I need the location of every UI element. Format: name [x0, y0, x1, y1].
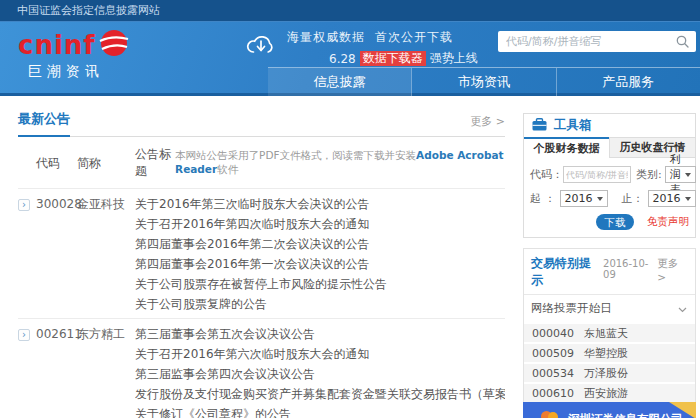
promo-tail: 强势上线 — [430, 50, 478, 67]
triangle-down-icon — [685, 173, 691, 177]
site-header: cninf 巨潮资讯 — [0, 22, 700, 96]
announcement-link[interactable]: 第四届董事会2016年第二次会议决议的公告 — [135, 234, 505, 254]
download-promo[interactable]: 海量权威数据首次公开下载 6.28 数据下载器 强势上线 — [245, 29, 478, 67]
triangle-down-icon — [685, 197, 691, 201]
notice-stock-code: 000534 — [524, 367, 576, 380]
briefcase-icon — [532, 116, 547, 135]
promo-line1: 海量权威数据首次公开下载 — [287, 29, 478, 46]
trading-notice-date: 2016-10-09 — [603, 258, 657, 280]
notice-row[interactable]: 000509 华塑控股 — [524, 344, 695, 362]
expand-icon[interactable]: › — [18, 329, 30, 341]
search-input[interactable] — [498, 35, 676, 48]
stock-code[interactable]: 002611 — [36, 327, 77, 341]
announcement-link[interactable]: 第三届董事会第五次会议决议公告 — [135, 324, 505, 344]
toolbox-code-input[interactable] — [563, 166, 631, 183]
tab-stock-financial-data[interactable]: 个股财务数据 — [524, 137, 609, 158]
downloader-badge: 数据下载器 — [360, 51, 426, 66]
announcement-link[interactable]: 关于公司股票复牌的公告 — [135, 294, 505, 314]
notice-stock-name: 西安旅游 — [576, 386, 628, 401]
from-year-select[interactable]: 2016 — [560, 190, 608, 207]
announcement-link[interactable]: 关于2016年第三次临时股东大会决议的公告 — [135, 194, 505, 214]
logo-swirl-icon — [99, 28, 129, 62]
nav-item-disclosure[interactable]: 信息披露 — [268, 68, 411, 96]
toolbox-panel: 工具箱 个股财务数据 历史收盘行情 代码： 类别: 利润表 起 ： 2016 止… — [523, 113, 696, 238]
download-button[interactable]: 下载 — [596, 214, 634, 230]
type-label: 类别: — [636, 167, 662, 182]
announcement-link[interactable]: 关于召开2016年第六次临时股东大会的通知 — [135, 344, 505, 364]
company-banner[interactable]: 深圳证券信息有限公司 — [523, 402, 696, 418]
topbar: 中国证监会指定信息披露网站 — [0, 0, 700, 22]
announcement-link[interactable]: 关于修订《公司章程》的公告 — [135, 404, 505, 418]
from-label: 起 ： — [530, 191, 556, 206]
cninfo-homepage: 中国证监会指定信息披露网站 cninf 巨潮资讯 — [0, 0, 700, 418]
notice-stock-code: 000509 — [524, 347, 576, 360]
notice-stock-name: 华塑控股 — [576, 346, 628, 361]
column-name: 简称 — [77, 155, 135, 172]
to-label: 止： — [622, 191, 644, 206]
panel-title: 最新公告 — [18, 110, 70, 137]
chevron-down-icon — [678, 302, 687, 316]
expand-icon[interactable]: › — [18, 199, 30, 211]
trading-notice-title: 交易特别提示 — [531, 255, 598, 289]
announcement-link[interactable]: 关于公司股票存在被暂停上市风险的提示性公告 — [135, 274, 505, 294]
announcement-link[interactable]: 第三届监事会第四次会议决议公告 — [135, 364, 505, 384]
trading-notice-panel: 交易特别提示 2016-10-09 更多 > 网络投票开始日 000040 东旭… — [523, 248, 696, 418]
search-box[interactable] — [498, 31, 696, 52]
toolbox-title: 工具箱 — [554, 117, 592, 134]
stock-name[interactable]: 东方精工 — [77, 326, 135, 343]
site-logo[interactable]: cninf 巨潮资讯 — [18, 28, 129, 81]
search-icon[interactable] — [676, 35, 689, 48]
column-code: 代码 — [36, 155, 77, 172]
notice-row[interactable]: 000610 西安旅游 — [524, 384, 695, 402]
latest-announcements-panel: 最新公告 更多 > 代码 简称 公告标题 本网站公告采用了PDF文件格式，阅读需… — [18, 110, 505, 418]
notice-category-dropdown[interactable]: 网络投票开始日 — [524, 295, 695, 322]
toolbox-form: 代码： 类别: 利润表 起 ： 2016 止： 2016 下载 免责声明 — [524, 158, 695, 237]
tab-historical-quotes[interactable]: 历史收盘行情 — [609, 137, 695, 158]
announcements-table-header: 代码 简称 公告标题 本网站公告采用了PDF文件格式，阅读需下载并安装Adobe… — [18, 137, 505, 189]
report-type-select[interactable]: 利润表 — [665, 166, 696, 183]
nav-item-products[interactable]: 产品服务 — [556, 68, 700, 96]
announcement-link[interactable]: 第四届董事会2016年第一次会议决议的公告 — [135, 254, 505, 274]
trading-notice-more-link[interactable]: 更多 > — [657, 257, 688, 283]
to-year-select[interactable]: 2016 — [648, 190, 696, 207]
topbar-label: 中国证监会指定信息披露网站 — [17, 4, 160, 17]
pdf-notice: 本网站公告采用了PDF文件格式，阅读需下载并安装Adobe Acrobat Re… — [175, 149, 505, 177]
banner-logo-icon — [541, 411, 563, 418]
notice-stock-name: 万泽股份 — [576, 366, 628, 381]
nav-item-market[interactable]: 市场资讯 — [411, 68, 555, 96]
cloud-download-icon — [245, 32, 277, 67]
main-nav: 信息披露 市场资讯 产品服务 — [268, 67, 700, 96]
disclaimer-link[interactable]: 免责声明 — [647, 215, 689, 229]
column-title: 公告标题 — [135, 146, 175, 180]
notice-stock-name: 东旭蓝天 — [576, 326, 628, 341]
notice-row[interactable]: 000040 东旭蓝天 — [524, 324, 695, 342]
notice-stock-code: 000040 — [524, 327, 576, 340]
brand-wordmark: cninf — [18, 30, 96, 60]
announcement-link[interactable]: 关于召开2016年第四次临时股东大会的通知 — [135, 214, 505, 234]
announcement-group: › 002611 东方精工 第三届董事会第五次会议决议公告 关于召开2016年第… — [18, 319, 505, 418]
promo-date: 6.28 — [329, 52, 356, 66]
announcement-link[interactable]: 发行股份及支付现金购买资产并募集配套资金暨关联交易报告书（草案）摘要 — [135, 384, 505, 404]
banner-company-name: 深圳证券信息有限公司 — [568, 412, 683, 418]
triangle-down-icon — [597, 197, 603, 201]
notice-row[interactable]: 000534 万泽股份 — [524, 364, 695, 382]
notice-stock-code: 000610 — [524, 387, 576, 400]
stock-code[interactable]: 300028 — [36, 197, 77, 211]
announcements-more-link[interactable]: 更多 > — [470, 114, 505, 136]
brand-chinese-name: 巨潮资讯 — [18, 63, 129, 81]
stock-name[interactable]: 金亚科技 — [77, 196, 135, 213]
announcement-group: › 300028 金亚科技 关于2016年第三次临时股东大会决议的公告 关于召开… — [18, 189, 505, 319]
promo-line2: 6.28 数据下载器 强势上线 — [287, 50, 478, 67]
code-label: 代码： — [530, 167, 563, 182]
